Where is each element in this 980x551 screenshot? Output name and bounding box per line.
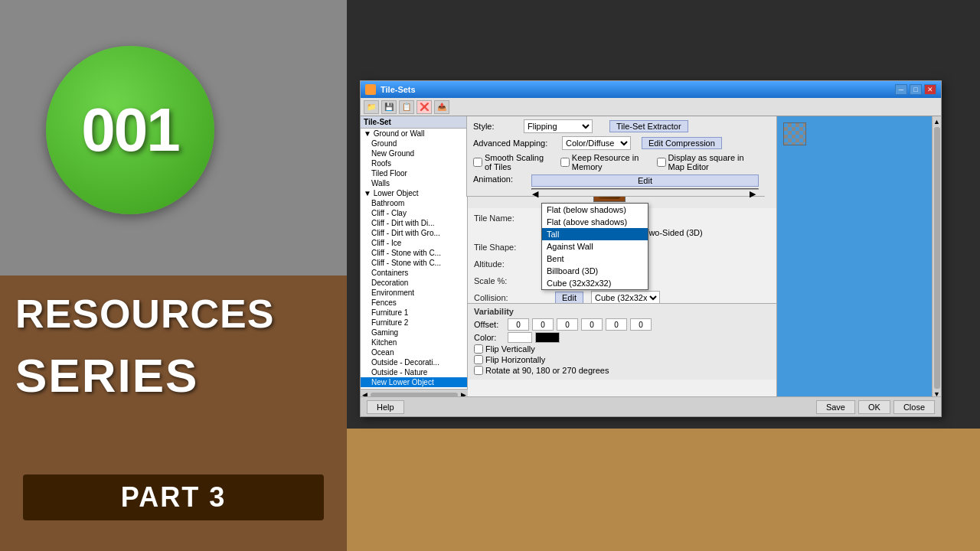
offset-input-2[interactable]: [532, 318, 554, 331]
smooth-scaling-check[interactable]: Smooth Scaling of Tiles: [473, 153, 551, 171]
tree-item-ground-or-wall[interactable]: ▼ Ground or Wall: [361, 129, 467, 139]
tileset-extractor-button[interactable]: Tile-Set Extractor: [609, 120, 688, 132]
tree-panel: Tile-Set ▼ Ground or Wall Ground New Gro…: [361, 116, 468, 399]
tree-item-ocean[interactable]: Ocean: [361, 347, 467, 357]
dialog-title: Tile-Sets: [381, 85, 416, 94]
style-label: Style:: [473, 122, 519, 131]
close-button[interactable]: Close: [893, 400, 935, 414]
rotate-row: Rotate at 90, 180 or 270 degrees: [474, 366, 770, 375]
series-label: SERIES: [15, 348, 198, 403]
title-bar-left: Tile-Sets: [365, 84, 416, 95]
animation-area: Edit ◀ ▶: [531, 174, 759, 190]
tree-item-roofs[interactable]: Roofs: [361, 158, 467, 168]
preview-scroll-thumb[interactable]: [934, 127, 940, 389]
status-bar: Help Save OK Close: [361, 396, 941, 416]
tree-item-cliff-clay[interactable]: Cliff - Clay: [361, 208, 467, 218]
part-bar: PART 3: [23, 474, 324, 520]
tree-item-ground[interactable]: Ground: [361, 139, 467, 148]
preview-area: ▲ ▼: [776, 116, 941, 399]
dialog-window: Tile-Sets ─ □ ✕ 📁 💾 📋 ❌ 📤 Tile-Set ▼ Gro…: [360, 80, 942, 417]
tree-item-new-lower-object[interactable]: New Lower Object: [361, 377, 467, 387]
ok-button[interactable]: OK: [858, 400, 890, 414]
animation-row: Animation: Edit ◀ ▶: [473, 174, 759, 190]
dropdown-item-against-wall[interactable]: Against Wall: [542, 240, 648, 253]
dropdown-item-cube[interactable]: Cube (32x32x32): [542, 277, 648, 289]
preview-scroll-up[interactable]: ▲: [933, 118, 940, 126]
rotate-check[interactable]: Rotate at 90, 180 or 270 degrees: [474, 366, 609, 375]
minimize-button[interactable]: ─: [895, 84, 907, 95]
help-button[interactable]: Help: [367, 400, 404, 414]
dropdown-item-bent[interactable]: Bent: [542, 253, 648, 265]
dropdown-item-billboard[interactable]: Billboard (3D): [542, 265, 648, 277]
maximize-button[interactable]: □: [910, 84, 922, 95]
animation-track: ◀ ▶: [531, 188, 759, 190]
tree-item-cliff-ice[interactable]: Cliff - Ice: [361, 238, 467, 248]
animation-edit-button[interactable]: Edit: [531, 174, 759, 187]
tree-item-furniture-1[interactable]: Furniture 1: [361, 308, 467, 318]
flip-h-row: Flip Horizontally: [474, 355, 770, 364]
save-toolbar-button[interactable]: 💾: [381, 100, 397, 114]
flip-v-row: Flip Vertically: [474, 344, 770, 354]
color-swatch-dark[interactable]: [535, 332, 560, 343]
close-window-button[interactable]: ✕: [924, 84, 936, 95]
tree-item-cliff-stone-c1[interactable]: Cliff - Stone with C...: [361, 248, 467, 258]
dropdown-item-flat-below[interactable]: Flat (below shadows): [542, 204, 648, 216]
collision-edit-button[interactable]: Edit: [555, 292, 583, 304]
display-square-check[interactable]: Display as square in Map Editor: [657, 153, 759, 171]
altitude-label: Altitude:: [474, 259, 550, 269]
dropdown-item-flat-above[interactable]: Flat (above shadows): [542, 216, 648, 228]
logo-circle: 001: [46, 46, 214, 214]
tile-name-label: Tile Name:: [474, 214, 550, 223]
preview-checker: [783, 122, 806, 145]
flip-h-check[interactable]: Flip Horizontally: [474, 355, 545, 364]
logo-number: 001: [81, 95, 178, 165]
offset-input-6[interactable]: [630, 318, 652, 331]
tree-item-gaming[interactable]: Gaming: [361, 328, 467, 337]
tree-item-walls[interactable]: Walls: [361, 178, 467, 188]
bottom-strip: [347, 429, 980, 551]
export-button[interactable]: 📤: [434, 100, 449, 114]
offset-input-5[interactable]: [606, 318, 627, 331]
tree-item-cliff-dirt-gro[interactable]: Cliff - Dirt with Gro...: [361, 228, 467, 238]
save-button[interactable]: Save: [816, 400, 855, 414]
tree-item-cliff-stone-c2[interactable]: Cliff - Stone with C...: [361, 258, 467, 268]
tree-item-decoration[interactable]: Decoration: [361, 278, 467, 288]
offset-input-1[interactable]: [508, 318, 529, 331]
offset-input-4[interactable]: [581, 318, 603, 331]
color-swatch-light[interactable]: [508, 332, 532, 343]
tree-item-outside-nature[interactable]: Outside - Nature: [361, 367, 467, 377]
tree-item-bathroom[interactable]: Bathroom: [361, 198, 467, 208]
tree-scroll[interactable]: ▼ Ground or Wall Ground New Ground Roofs…: [361, 129, 467, 396]
tree-item-new-ground[interactable]: New Ground: [361, 148, 467, 158]
style-select[interactable]: Flipping: [524, 119, 593, 133]
tree-item-outside-deco[interactable]: Outside - Decorati...: [361, 357, 467, 367]
preview-scrollbar[interactable]: ▲ ▼: [932, 116, 941, 399]
tree-item-fences[interactable]: Fences: [361, 298, 467, 308]
delete-button[interactable]: ❌: [416, 100, 432, 114]
advanced-mapping-row: Advanced Mapping: Color/Diffuse Edit Com…: [473, 136, 759, 150]
animation-label: Animation:: [473, 174, 527, 184]
tree-header: Tile-Set: [361, 116, 467, 129]
toolbar: 📁 💾 📋 ❌ 📤: [361, 98, 941, 116]
dialog-icon: [365, 84, 376, 95]
dropdown-item-tall[interactable]: Tall: [542, 228, 648, 240]
keep-resource-check[interactable]: Keep Resource in Memory: [560, 153, 648, 171]
copy-button[interactable]: 📋: [399, 100, 414, 114]
tree-item-kitchen[interactable]: Kitchen: [361, 337, 467, 347]
advanced-mapping-label: Advanced Mapping:: [473, 139, 557, 148]
tree-item-containers[interactable]: Containers: [361, 268, 467, 278]
flip-v-check[interactable]: Flip Vertically: [474, 344, 535, 354]
status-right: Save OK Close: [816, 400, 935, 414]
resources-label: RESOURCES: [15, 291, 274, 337]
tree-item-furniture-2[interactable]: Furniture 2: [361, 318, 467, 328]
tree-item-lower-object[interactable]: ▼ Lower Object: [361, 188, 467, 198]
tree-item-tiled-floor[interactable]: Tiled Floor: [361, 168, 467, 178]
offset-label: Offset:: [474, 320, 505, 329]
tree-item-cliff-dirt-di[interactable]: Cliff - Dirt with Di...: [361, 218, 467, 228]
variability-title: Variability: [474, 307, 770, 316]
open-button[interactable]: 📁: [364, 100, 379, 114]
tree-item-environment[interactable]: Environment: [361, 288, 467, 298]
edit-compression-button[interactable]: Edit Compression: [642, 137, 722, 149]
advanced-mapping-select[interactable]: Color/Diffuse: [562, 136, 631, 150]
offset-input-3[interactable]: [557, 318, 578, 331]
